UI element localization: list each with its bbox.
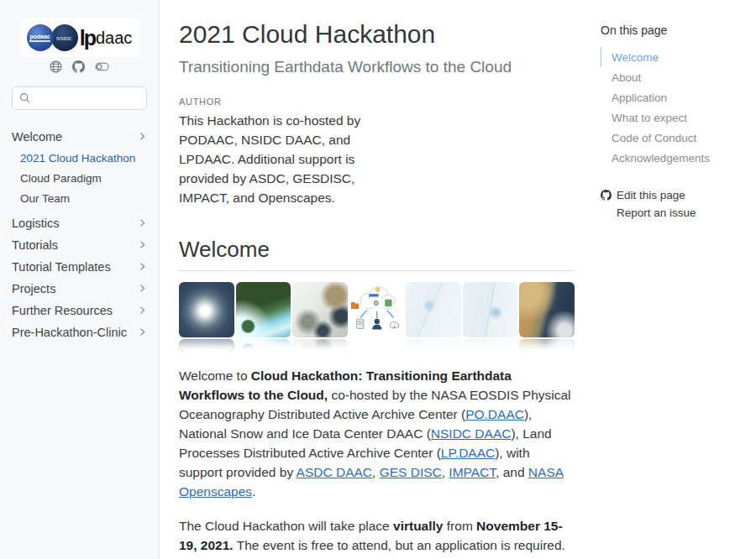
link-ges-disc[interactable]: GES DISC [380,465,442,479]
sidebar-item-label: Tutorial Templates [12,260,111,274]
svg-text:⚙: ⚙ [373,299,380,307]
sidebar-item-label: Further Resources [12,304,113,317]
link-podaac[interactable]: PO.DAAC [465,407,524,421]
link-lpdaac[interactable]: LP.DAAC [441,446,495,460]
chevron-right-icon [138,217,147,230]
tile-reflection [406,339,461,351]
text: , and [496,465,528,479]
text: The event is free to attend, but an appl… [179,538,565,559]
tile-reflection [519,339,575,351]
search-input[interactable] [12,86,147,110]
sidebar-item-further-resources[interactable]: Further Resources [12,300,147,321]
site-logo[interactable]: podaac NSIDC lp daac [21,18,139,57]
globe-icon[interactable] [50,60,62,73]
sidebar-nav: Welcome 2021 Cloud Hackathon Cloud Parad… [0,127,159,342]
report-an-issue-label: Report an issue [617,206,696,219]
icon-spacer [601,207,612,218]
sidebar-item-label: Welcome [12,130,62,144]
link-asdc-daac[interactable]: ASDC DAAC [297,465,372,479]
text: , [372,465,380,479]
report-an-issue-link[interactable]: Report an issue [601,204,756,222]
edit-this-page-label: Edit this page [617,189,685,201]
sidebar-item-welcome[interactable]: Welcome [12,127,147,147]
on-this-page: On this page Welcome About Application W… [575,0,756,559]
coastal-bloom-satellite [236,282,291,351]
sidebar: podaac NSIDC lp daac [0,0,160,559]
sidebar-item-pre-hackathon-clinic[interactable]: Pre-Hackathon-Clinic [12,322,147,342]
bold-text: virtually [393,519,443,533]
text: . [252,484,255,499]
toc-title: On this page [601,24,756,37]
tile-reflection [292,339,348,351]
toc-item-about[interactable]: About [601,67,756,87]
edit-this-page-link[interactable]: Edit this page [601,186,756,204]
sidebar-item-label: Projects [12,282,55,295]
author-label: AUTHOR [179,97,575,107]
oman-coast-satellite [519,282,575,351]
tile-reflection [463,339,518,351]
cloud-architecture-diagram: ⚙ [349,282,405,351]
toc-item-what-to-expect[interactable]: What to expect [601,107,756,128]
tile-reflection [179,339,234,351]
toc-item-application[interactable]: Application [601,87,756,107]
sidebar-item-label: Tutorials [12,238,58,252]
page-subtitle: Transitioning Earthdata Workflows to the… [179,58,575,77]
banner-image: ⚙ [179,282,575,351]
chevron-right-icon [138,238,147,252]
toc-item-code-of-conduct[interactable]: Code of Conduct [601,128,756,148]
tile-reflection [236,339,291,351]
toggle-icon[interactable] [95,60,109,73]
sidebar-item-tutorial-templates[interactable]: Tutorial Templates [12,257,147,277]
link-impact[interactable]: IMPACT [449,465,496,479]
chevron-right-icon [138,130,147,144]
search-icon [19,92,30,103]
sidebar-item-label: Pre-Hackathon-Clinic [12,326,127,339]
lpdaac-logo-text: daac [96,29,132,46]
github-icon[interactable] [72,60,85,73]
link-nsidc-daac[interactable]: NSIDC DAAC [431,426,512,441]
podaac-logo: podaac [27,24,54,51]
page: podaac NSIDC lp daac [0,0,756,559]
sidebar-item-label: Logistics [12,217,59,230]
chevron-right-icon [138,326,147,339]
text: Welcome to [179,368,251,383]
podaac-logo-text: podaac [29,34,50,42]
sidebar-item-tutorials[interactable]: Tutorials [12,235,147,255]
sidebar-item-our-team[interactable]: Our Team [20,189,147,208]
sidebar-subnav-welcome: 2021 Cloud Hackathon Cloud Paradigm Our … [20,149,147,208]
event-details-paragraph: The Cloud Hackathon will take place virt… [179,516,575,559]
text: from [443,519,476,533]
toc-actions: Edit this page Report an issue [601,186,756,222]
sidebar-item-logistics[interactable]: Logistics [12,213,147,233]
page-title: 2021 Cloud Hackathon [179,20,575,50]
tile-reflection [349,339,405,351]
chevron-right-icon [138,282,147,295]
toc-list: Welcome About Application What to expect… [601,47,756,168]
sidebar-item-cloud-paradigm[interactable]: Cloud Paradigm [20,169,147,188]
sea-ice-satellite-1 [406,282,461,351]
toc-item-acknowledgements[interactable]: Acknowledgements [601,148,756,168]
main-content: 2021 Cloud Hackathon Transitioning Earth… [160,0,575,559]
sidebar-item-projects[interactable]: Projects [12,279,147,299]
lpdaac-logo-mark: lp [80,28,95,49]
author-text: This Hackathon is co-hosted by PODAAC, N… [179,111,399,207]
section-heading-welcome: Welcome [179,238,575,271]
chevron-right-icon [138,260,147,274]
sidebar-tool-icons [0,60,159,73]
hurricane-satellite [179,282,234,351]
chevron-right-icon [138,304,147,317]
sea-ice-satellite-2 [463,282,518,351]
intro-paragraph: Welcome to Cloud Hackathon: Transitionin… [179,366,575,501]
text: The Cloud Hackathon will take place [179,519,393,533]
toc-item-welcome[interactable]: Welcome [601,47,756,67]
sidebar-item-2021-cloud-hackathon[interactable]: 2021 Cloud Hackathon [20,149,147,168]
nsidc-logo: NSIDC [51,24,78,51]
nsidc-logo-text: NSIDC [56,35,73,41]
arctic-clouds-satellite [292,282,348,351]
search [12,86,147,110]
github-icon [601,190,612,201]
